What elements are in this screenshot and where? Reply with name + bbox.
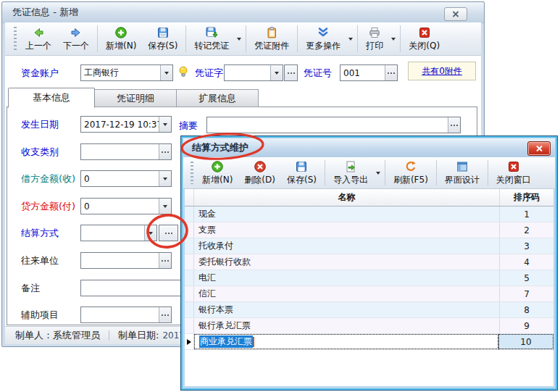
ui-design-icon [456,160,469,173]
screen: 凭证信息 - 新增 上一个 下一个 [0,0,560,392]
table-row[interactable]: 现金 1 [185,207,553,222]
doc-date-label: 制单日期: [118,329,159,342]
chevron-down-icon[interactable] [159,171,171,186]
debit-combobox[interactable]: 0 [80,170,172,187]
toolbar-separator [297,25,298,52]
category-input[interactable] [80,143,172,160]
toolbar-separator [246,25,246,52]
voucher-no-label: 凭证号 [304,67,332,80]
browse-dots-icon[interactable] [159,307,171,322]
attachment-icon [265,26,278,39]
aux-label: 辅助项目 [21,309,59,322]
creator-value: 系统管理员 [53,329,100,342]
aux-input[interactable] [80,306,172,323]
browse-dots-icon[interactable] [385,65,397,80]
voucher-word-label: 凭证字 [195,67,223,80]
close-x-icon [535,145,543,152]
table-row[interactable]: 银行本票 8 [185,302,553,318]
print-icon [368,26,381,39]
add-button[interactable]: 新增(N) [100,22,142,55]
import-export-button[interactable]: 导入导出 [327,157,374,188]
chevron-down-icon[interactable] [144,225,156,241]
voucher-titlebar[interactable]: 凭证信息 - 新增 [2,2,484,23]
voucher-no-input[interactable]: 001 [340,64,398,81]
next-button[interactable]: 下一个 [57,22,95,55]
attachment-count-box: 共有0附件 [408,62,476,80]
tab-voucher-detail[interactable]: 凭证明细 [95,89,177,107]
voucher-window-title: 凭证信息 - 新增 [12,2,78,22]
window-close-button[interactable] [444,7,467,21]
chevron-down-icon[interactable] [270,65,283,80]
toolbar-separator [400,25,401,52]
settlement-title: 结算方式维护 [192,138,248,157]
summary-label: 摘要 [179,120,198,133]
creator-label: 制单人： [15,329,53,342]
date-combobox[interactable]: 2017-12-19 10:37 [80,116,172,133]
refresh-button[interactable]: 刷新(F5) [388,157,434,188]
voucher-word-combobox[interactable] [224,64,283,81]
more-actions-dropdown[interactable] [346,22,355,55]
print-dropdown[interactable] [389,22,398,55]
transfer-voucher-dropdown[interactable] [235,22,243,55]
lightbulb-icon[interactable] [177,65,190,78]
close-window-button[interactable]: 关闭窗口 [490,157,537,188]
table-row[interactable]: 电汇 5 [185,270,553,286]
print-button[interactable]: 打印 [360,22,389,55]
toolbar-separator [325,160,325,185]
chevron-down-icon[interactable] [159,117,171,132]
voucher-attachment-button[interactable]: 凭证附件 [248,22,295,55]
column-sortcode[interactable]: 排序码 [499,189,553,206]
chevron-down-icon[interactable] [159,199,171,214]
tab-strip: 基本信息 凭证明细 扩展信息 [8,88,259,107]
party-input[interactable] [80,252,172,269]
dialog-delete-button[interactable]: 删除(D) [238,157,281,188]
header-gutter [185,189,194,206]
text-cursor [253,337,254,347]
editing-cell[interactable]: 商业承兑汇票 [194,334,498,349]
column-name[interactable]: 名称 [194,189,499,206]
settlement-titlebar[interactable]: 结算方式维护 [183,138,555,157]
add-icon [114,26,128,39]
ui-design-button[interactable]: 界面设计 [439,157,485,188]
save-button[interactable]: 保存(S) [142,22,183,55]
settlement-combobox[interactable] [80,225,157,241]
settlement-browse-button[interactable] [159,225,178,241]
table-row[interactable]: 托收承付 3 [185,238,553,254]
table-row-selected[interactable]: 商业承兑汇票 10 [185,334,553,350]
table-row[interactable]: 委托银行收款 4 [185,254,553,270]
refresh-icon [404,160,417,173]
dialog-add-button[interactable]: 新增(N) [196,157,238,188]
voucher-word-browse-button[interactable] [284,64,298,81]
attachment-link[interactable]: 共有0附件 [422,65,462,78]
account-combobox[interactable]: 工商银行 [80,64,173,81]
table-row[interactable]: 银行承兑汇票 9 [185,318,553,334]
close-window-icon [507,160,520,173]
settlement-close-button[interactable] [527,141,551,156]
import-export-dropdown[interactable] [374,157,383,188]
more-actions-icon [317,26,330,39]
table-row[interactable]: 支票 2 [185,222,553,238]
credit-combobox[interactable]: 0 [80,198,172,214]
import-export-icon [344,160,357,173]
transfer-voucher-icon [205,26,218,39]
tab-basic-info[interactable]: 基本信息 [8,88,95,108]
toolbar-separator [385,160,385,185]
delete-icon [254,160,267,173]
save-icon [295,160,308,173]
chevron-down-icon[interactable] [160,65,172,80]
transfer-voucher-button[interactable]: 转记凭证 [188,22,235,55]
toolbar-grip [14,27,17,51]
close-button[interactable]: 关闭(Q) [403,22,446,55]
dialog-save-button[interactable]: 保存(S) [281,157,322,188]
browse-dots-icon[interactable] [159,144,171,159]
add-icon [211,160,224,173]
browse-dots-icon[interactable] [448,117,460,133]
table-row[interactable]: 信汇 7 [185,286,553,302]
previous-button[interactable]: 上一个 [20,22,57,55]
close-icon [418,26,431,39]
summary-input[interactable] [206,117,461,133]
more-actions-button[interactable]: 更多操作 [300,22,346,55]
browse-dots-icon[interactable] [159,253,171,268]
tab-extended-info[interactable]: 扩展信息 [177,89,259,107]
arrow-left-icon [32,26,45,39]
